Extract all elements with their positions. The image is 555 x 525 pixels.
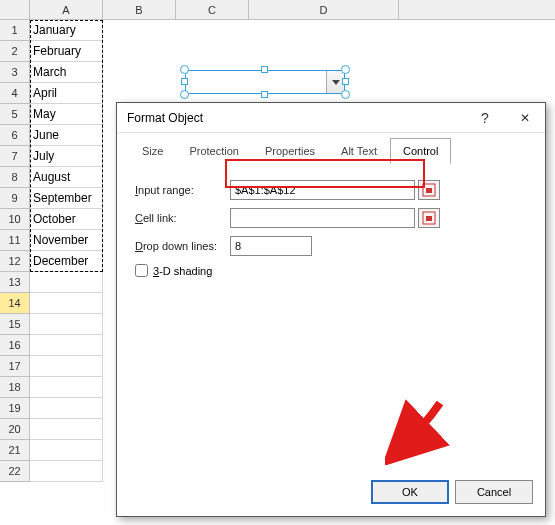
- resize-handle-br[interactable]: [341, 90, 350, 99]
- cell[interactable]: September: [30, 188, 103, 209]
- input-range-field[interactable]: [230, 180, 415, 200]
- dialog-button-bar: OK Cancel: [371, 480, 533, 504]
- resize-handle-tr[interactable]: [341, 65, 350, 74]
- cell[interactable]: December: [30, 251, 103, 272]
- col-header-d[interactable]: D: [249, 0, 399, 19]
- cell[interactable]: March: [30, 62, 103, 83]
- cell[interactable]: January: [30, 20, 103, 41]
- row-header[interactable]: 22: [0, 461, 30, 482]
- row-header[interactable]: 2: [0, 41, 30, 62]
- row-header[interactable]: 14: [0, 293, 30, 314]
- cell[interactable]: [30, 356, 103, 377]
- row-header[interactable]: 17: [0, 356, 30, 377]
- row-header[interactable]: 3: [0, 62, 30, 83]
- svg-rect-3: [426, 216, 432, 221]
- dialog-title-text: Format Object: [127, 111, 203, 125]
- cell[interactable]: July: [30, 146, 103, 167]
- cell[interactable]: April: [30, 83, 103, 104]
- cell[interactable]: [30, 293, 103, 314]
- tab-alt-text[interactable]: Alt Text: [328, 138, 390, 164]
- format-object-dialog: Format Object Size Protection Properties…: [116, 102, 546, 517]
- row-header[interactable]: 11: [0, 230, 30, 251]
- tab-control[interactable]: Control: [390, 138, 451, 164]
- row: 1January: [0, 20, 555, 41]
- row-header[interactable]: 9: [0, 188, 30, 209]
- cell-link-field[interactable]: [230, 208, 415, 228]
- combobox-form-control[interactable]: [185, 70, 345, 94]
- resize-handle-t[interactable]: [261, 66, 268, 73]
- cell[interactable]: [30, 314, 103, 335]
- row-header[interactable]: 18: [0, 377, 30, 398]
- cell[interactable]: October: [30, 209, 103, 230]
- tab-properties[interactable]: Properties: [252, 138, 328, 164]
- row-header[interactable]: 13: [0, 272, 30, 293]
- cell[interactable]: [30, 398, 103, 419]
- dialog-titlebar[interactable]: Format Object: [117, 103, 545, 133]
- row-header[interactable]: 5: [0, 104, 30, 125]
- input-range-label: Input range:: [135, 184, 230, 196]
- svg-rect-1: [426, 188, 432, 193]
- cell[interactable]: November: [30, 230, 103, 251]
- cell[interactable]: February: [30, 41, 103, 62]
- cell[interactable]: [30, 377, 103, 398]
- shading-label: 3-D shading: [153, 265, 212, 277]
- row-header[interactable]: 20: [0, 419, 30, 440]
- row-header[interactable]: 15: [0, 314, 30, 335]
- close-button[interactable]: [505, 103, 545, 133]
- col-header-c[interactable]: C: [176, 0, 249, 19]
- tab-size[interactable]: Size: [129, 138, 176, 164]
- row: 2February: [0, 41, 555, 62]
- help-button[interactable]: [465, 103, 505, 133]
- cell[interactable]: [30, 461, 103, 482]
- tab-protection[interactable]: Protection: [176, 138, 252, 164]
- resize-handle-b[interactable]: [261, 91, 268, 98]
- cell[interactable]: [30, 335, 103, 356]
- range-picker-icon[interactable]: [418, 180, 440, 200]
- cell[interactable]: May: [30, 104, 103, 125]
- range-picker-icon[interactable]: [418, 208, 440, 228]
- cell[interactable]: [30, 272, 103, 293]
- column-headers-row: A B C D: [0, 0, 555, 20]
- resize-handle-bl[interactable]: [180, 90, 189, 99]
- dialog-tabs: Size Protection Properties Alt Text Cont…: [117, 138, 545, 164]
- row-header[interactable]: 6: [0, 125, 30, 146]
- row-header[interactable]: 19: [0, 398, 30, 419]
- drop-down-lines-field[interactable]: [230, 236, 312, 256]
- row-header[interactable]: 16: [0, 335, 30, 356]
- shading-checkbox[interactable]: [135, 264, 148, 277]
- select-all-corner[interactable]: [0, 0, 30, 19]
- resize-handle-r[interactable]: [342, 78, 349, 85]
- col-header-b[interactable]: B: [103, 0, 176, 19]
- row-header[interactable]: 12: [0, 251, 30, 272]
- row-header[interactable]: 7: [0, 146, 30, 167]
- cell[interactable]: August: [30, 167, 103, 188]
- cell[interactable]: [30, 440, 103, 461]
- ok-button[interactable]: OK: [371, 480, 449, 504]
- row-header[interactable]: 8: [0, 167, 30, 188]
- row-header[interactable]: 1: [0, 20, 30, 41]
- row-header[interactable]: 4: [0, 83, 30, 104]
- resize-handle-l[interactable]: [181, 78, 188, 85]
- cancel-button[interactable]: Cancel: [455, 480, 533, 504]
- cell[interactable]: June: [30, 125, 103, 146]
- dialog-body: Input range: Cell link: Drop down lines:…: [117, 164, 545, 293]
- row-header[interactable]: 10: [0, 209, 30, 230]
- col-header-a[interactable]: A: [30, 0, 103, 19]
- cell-link-label: Cell link:: [135, 212, 230, 224]
- drop-down-lines-label: Drop down lines:: [135, 240, 230, 252]
- resize-handle-tl[interactable]: [180, 65, 189, 74]
- row-header[interactable]: 21: [0, 440, 30, 461]
- cell[interactable]: [30, 419, 103, 440]
